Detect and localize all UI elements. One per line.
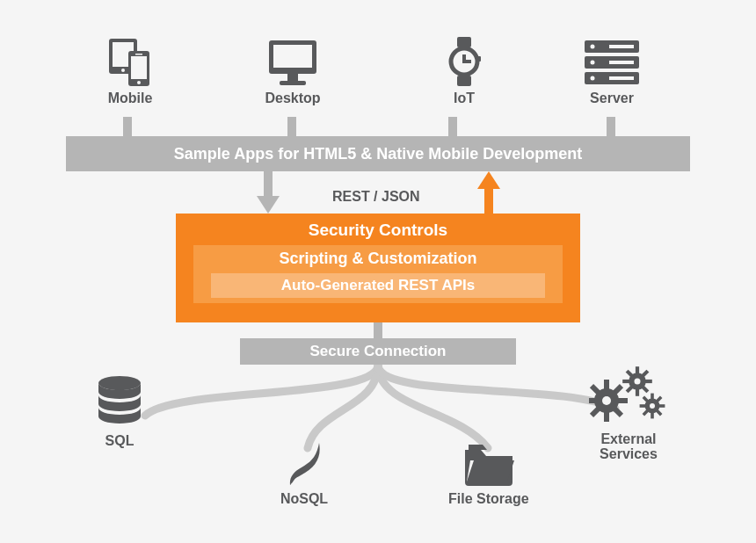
scripting-layer: Scripting & Customization Auto-Generated… bbox=[193, 245, 563, 303]
svg-point-51 bbox=[635, 379, 641, 385]
security-controls-label: Security Controls bbox=[309, 221, 447, 240]
nosql-label: NoSQL bbox=[280, 492, 328, 507]
svg-point-30 bbox=[98, 376, 141, 390]
connector-tick bbox=[607, 117, 615, 136]
client-mobile: Mobile bbox=[98, 37, 162, 106]
autogen-layer: Auto-Generated REST APIs bbox=[211, 273, 545, 298]
leaf-icon bbox=[273, 438, 336, 487]
svg-rect-25 bbox=[609, 76, 634, 80]
svg-point-2 bbox=[121, 69, 125, 72]
svg-point-41 bbox=[602, 396, 611, 405]
svg-rect-9 bbox=[287, 74, 298, 81]
datasource-sql: SQL bbox=[88, 374, 151, 449]
rest-json-label: REST / JSON bbox=[332, 189, 420, 205]
watch-icon bbox=[433, 37, 496, 86]
connector-tick bbox=[123, 117, 132, 136]
server-label: Server bbox=[590, 91, 634, 106]
desktop-icon bbox=[261, 37, 324, 86]
svg-point-20 bbox=[591, 45, 595, 49]
mobile-icon bbox=[98, 37, 162, 86]
secure-connection-bar: Secure Connection bbox=[240, 338, 516, 365]
svg-rect-8 bbox=[273, 45, 312, 68]
folder-icon bbox=[457, 438, 520, 487]
svg-rect-4 bbox=[131, 56, 147, 79]
api-layer-box: Security Controls Scripting & Customizat… bbox=[176, 214, 580, 322]
svg-rect-13 bbox=[457, 76, 471, 86]
svg-rect-21 bbox=[609, 45, 634, 48]
svg-rect-6 bbox=[135, 54, 142, 55]
iot-label: IoT bbox=[454, 91, 475, 106]
mobile-label: Mobile bbox=[108, 91, 153, 106]
datasource-nosql: NoSQL bbox=[273, 438, 336, 507]
scripting-label: Scripting & Customization bbox=[280, 250, 477, 268]
connector-tick bbox=[374, 322, 382, 338]
svg-rect-26 bbox=[264, 171, 273, 198]
svg-rect-12 bbox=[457, 37, 471, 47]
down-arrow-icon bbox=[257, 171, 280, 214]
sample-apps-text: Sample Apps for HTML5 & Native Mobile De… bbox=[174, 145, 582, 163]
up-arrow-icon bbox=[477, 171, 500, 214]
datasource-external: External Services bbox=[589, 366, 668, 462]
gears-icon bbox=[589, 366, 668, 427]
sample-apps-bar: Sample Apps for HTML5 & Native Mobile De… bbox=[66, 136, 690, 171]
svg-point-22 bbox=[591, 61, 595, 65]
architecture-diagram: Mobile Desktop bbox=[0, 0, 756, 543]
svg-marker-28 bbox=[477, 171, 500, 189]
svg-rect-16 bbox=[476, 56, 481, 62]
datasource-filestorage: File Storage bbox=[448, 438, 529, 507]
external-services-label: External Services bbox=[600, 432, 658, 462]
connector-tick bbox=[448, 117, 457, 136]
svg-rect-15 bbox=[462, 60, 471, 63]
svg-point-24 bbox=[591, 76, 595, 81]
svg-point-61 bbox=[650, 403, 655, 409]
client-desktop: Desktop bbox=[261, 37, 324, 106]
svg-point-5 bbox=[137, 81, 141, 84]
svg-marker-27 bbox=[257, 196, 280, 214]
desktop-label: Desktop bbox=[265, 91, 320, 106]
svg-rect-23 bbox=[609, 61, 634, 64]
autogen-label: Auto-Generated REST APIs bbox=[281, 277, 475, 294]
secure-connection-text: Secure Connection bbox=[310, 343, 447, 360]
filestorage-label: File Storage bbox=[448, 492, 529, 507]
connector-tick bbox=[287, 117, 296, 136]
client-iot: IoT bbox=[433, 37, 496, 106]
database-icon bbox=[88, 374, 151, 429]
svg-rect-10 bbox=[280, 81, 306, 85]
svg-rect-29 bbox=[484, 187, 493, 214]
sql-label: SQL bbox=[105, 434, 134, 449]
client-server: Server bbox=[580, 37, 643, 106]
server-icon bbox=[580, 37, 643, 86]
